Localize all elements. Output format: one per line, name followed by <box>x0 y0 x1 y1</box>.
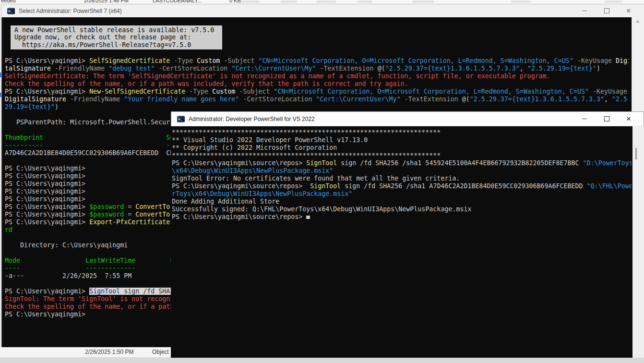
terminal-line: ****************************************… <box>172 129 632 136</box>
terminal-line: ** Copyright (c) 2022 Microsoft Corporat… <box>172 144 632 152</box>
minimize-button[interactable] <box>573 4 596 17</box>
scroll-up-icon <box>636 20 640 23</box>
win1-window-controls: ✕ <box>573 4 640 17</box>
terminal-line: Successfully signed: Q:\FHL\PowerToys\x6… <box>172 206 632 213</box>
background-row-fragment <box>240 0 259 3</box>
update-banner: A new PowerShell stable release is avail… <box>11 25 222 49</box>
close-icon: ✕ <box>626 8 632 14</box>
file-type-label: Object <box>152 349 169 355</box>
terminal-line: PS C:\Users\yaqingmi\source\repos> <box>172 213 632 221</box>
background-text-fragment: 2/26/2025 1:46 PM <box>84 0 129 3</box>
terminal-line: PS C:\Users\yaqingmi\source\repos> SignT… <box>172 182 632 190</box>
win1-title: Select Administrator: PowerShell 7 (x64) <box>19 4 122 17</box>
terminal-line: SelfSignedCertificate: The term 'SelfSig… <box>5 73 629 80</box>
close-icon: ✕ <box>626 116 632 122</box>
scrollbar-thumb[interactable] <box>635 148 637 159</box>
win2-terminal-text: ****************************************… <box>172 129 632 221</box>
win2-scrollbar[interactable] <box>632 126 644 358</box>
file-modified-date: 2/26/2025 1:50 PM <box>85 349 133 355</box>
minimize-button[interactable] <box>573 112 596 126</box>
win2-window-controls: ✕ <box>573 112 640 126</box>
win2-terminal[interactable]: ****************************************… <box>171 126 632 358</box>
background-text-fragment: eeded <box>1 0 16 3</box>
background-window-sliver <box>0 93 1 97</box>
background-text-fragment: LASTCODEANALY... <box>153 0 202 3</box>
terminal-line: talSignature -FriendlyName "debug test" … <box>5 65 629 73</box>
vs-devshell-window: >_ Administrator: Developer PowerShell f… <box>171 111 644 358</box>
close-button[interactable]: ✕ <box>618 112 640 126</box>
desktop: eeded2/26/2025 1:46 PMLASTCODEANALY...0 … <box>0 0 644 363</box>
terminal-line: ** Visual Studio 2022 Developer PowerShe… <box>172 136 632 144</box>
background-explorer-strip: eeded2/26/2025 1:46 PMLASTCODEANALY...0 … <box>0 0 644 4</box>
maximize-icon <box>604 8 609 13</box>
minimize-icon <box>582 119 587 119</box>
terminal-line: A new PowerShell stable release is avail… <box>14 26 222 34</box>
terminal-line: rToys\x64\Debug\WinUI3Apps\NewPlusPackag… <box>172 190 632 198</box>
terminal-line: SignTool Error: No certificates were fou… <box>172 175 632 182</box>
terminal-line: https://aka.ms/PowerShell-Release?tag=v7… <box>14 41 222 48</box>
background-row-fragment <box>317 0 336 3</box>
terminal-line: Check the spelling of the name, or if a … <box>5 80 629 88</box>
maximize-icon <box>604 116 609 121</box>
powershell-icon: >_ <box>7 8 15 14</box>
close-button[interactable]: ✕ <box>618 4 640 17</box>
terminal-line: Upgrade now, or check out the release pa… <box>14 34 222 41</box>
terminal-line: 29.19={text}") <box>5 103 629 111</box>
terminal-line: DigitalSignature -FriendlyName "Your fri… <box>5 96 629 103</box>
terminal-line: PS C:\Users\yaqingmi> New-SelfSignedCert… <box>5 88 629 96</box>
terminal-line: PS C:\Users\yaqingmi\source\repos> SignT… <box>172 159 632 167</box>
terminal-line: \x64\Debug\WinUI3Apps\NewPlusPackage.msi… <box>172 167 632 175</box>
background-row-fragment <box>281 0 297 3</box>
terminal-line: ****************************************… <box>172 152 632 159</box>
maximize-button[interactable] <box>596 4 618 17</box>
win2-title: Administrator: Developer PowerShell for … <box>189 112 315 126</box>
maximize-button[interactable] <box>596 112 618 126</box>
text-cursor <box>306 216 310 219</box>
background-window-sliver <box>0 73 1 77</box>
background-bottom-edge <box>0 357 644 363</box>
background-row-fragment <box>413 0 434 3</box>
win2-titlebar[interactable]: >_ Administrator: Developer PowerShell f… <box>171 111 644 126</box>
terminal-line: PS C:\Users\yaqingmi> SelfSignedCertific… <box>5 57 629 65</box>
background-row-fragment <box>511 0 530 3</box>
terminal-line: Done Adding Additional Store <box>172 198 632 206</box>
background-row-fragment <box>358 0 372 3</box>
win1-titlebar[interactable]: >_ Select Administrator: PowerShell 7 (x… <box>1 4 644 17</box>
background-text-fragment: 0 KB <box>229 0 241 3</box>
background-row-fragment <box>605 0 622 3</box>
powershell-icon: >_ <box>177 116 185 122</box>
minimize-icon <box>582 11 587 11</box>
